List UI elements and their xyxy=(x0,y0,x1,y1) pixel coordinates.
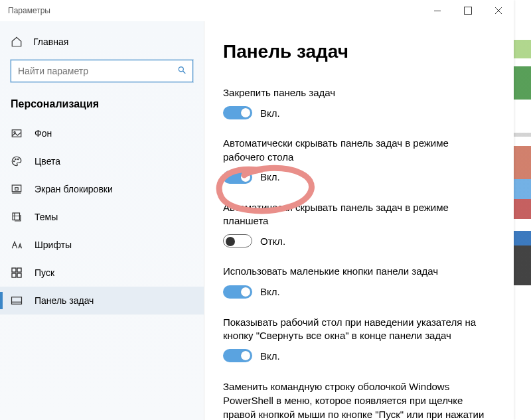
window-controls xyxy=(422,0,514,21)
setting-lock-taskbar: Закрепить панель задач Вкл. xyxy=(223,86,489,119)
main-panel: Панель задач Закрепить панель задач Вкл.… xyxy=(204,21,514,420)
sidebar-item-start[interactable]: Пуск xyxy=(0,259,204,287)
toggle-state: Вкл. xyxy=(260,350,280,362)
toggle-autohide-tablet[interactable] xyxy=(223,234,252,247)
toggle-small-buttons[interactable] xyxy=(223,285,252,299)
sidebar-item-label: Экран блокировки xyxy=(35,184,113,194)
picture-icon xyxy=(11,127,23,139)
sidebar-item-colors[interactable]: Цвета xyxy=(0,147,204,175)
svg-rect-15 xyxy=(17,273,21,277)
svg-point-2 xyxy=(179,67,183,72)
titlebar: Параметры xyxy=(0,0,514,21)
sidebar-item-background[interactable]: Фон xyxy=(0,119,204,147)
setting-label: Показывать рабочий стол при наведении ук… xyxy=(223,316,489,343)
lockscreen-icon xyxy=(11,183,23,195)
svg-point-8 xyxy=(18,159,19,160)
setting-label: Автоматически скрывать панель задач в ре… xyxy=(223,137,489,164)
toggle-peek-desktop[interactable] xyxy=(223,349,252,362)
page-title: Панель задач xyxy=(223,41,495,62)
minimize-button[interactable] xyxy=(422,0,453,21)
toggle-state: Откл. xyxy=(260,236,285,247)
setting-peek-desktop: Показывать рабочий стол при наведении ук… xyxy=(223,316,489,363)
toggle-state: Вкл. xyxy=(260,171,280,182)
svg-rect-11 xyxy=(13,213,20,220)
toggle-state: Вкл. xyxy=(260,286,280,297)
home-label: Главная xyxy=(33,36,68,47)
setting-label: Закрепить панель задач xyxy=(223,86,489,100)
setting-autohide-desktop: Автоматически скрывать панель задач в ре… xyxy=(223,137,489,184)
setting-powershell-text: Заменить командную строку оболочкой Wind… xyxy=(223,380,489,420)
sidebar-item-fonts[interactable]: Шрифты xyxy=(0,231,204,259)
sidebar: Главная Персонализация Фон Цвета xyxy=(0,21,204,420)
sidebar-item-label: Темы xyxy=(35,212,58,222)
setting-label: Использовать маленькие кнопки панели зад… xyxy=(223,265,489,278)
sidebar-item-label: Пуск xyxy=(35,267,54,278)
search-input[interactable] xyxy=(11,60,193,82)
sidebar-item-lockscreen[interactable]: Экран блокировки xyxy=(0,175,204,203)
toggle-lock-taskbar[interactable] xyxy=(223,106,252,119)
background-page-strip xyxy=(514,0,531,420)
svg-point-7 xyxy=(15,159,17,160)
sidebar-item-taskbar[interactable]: Панель задач xyxy=(0,287,204,315)
home-icon xyxy=(11,36,23,48)
themes-icon xyxy=(11,211,23,223)
window-content: Главная Персонализация Фон Цвета xyxy=(0,21,514,420)
settings-window: Параметры Главная Персонализ xyxy=(0,0,514,420)
toggle-autohide-desktop[interactable] xyxy=(223,171,252,184)
sidebar-item-label: Цвета xyxy=(35,156,60,167)
palette-icon xyxy=(11,155,23,167)
close-button[interactable] xyxy=(483,0,514,21)
sidebar-item-label: Шрифты xyxy=(35,240,72,250)
svg-line-3 xyxy=(183,71,186,74)
maximize-button[interactable] xyxy=(453,0,483,21)
svg-rect-13 xyxy=(17,268,21,272)
toggle-state: Вкл. xyxy=(260,107,280,119)
search-field-wrap xyxy=(11,60,193,82)
taskbar-icon xyxy=(11,295,23,307)
fonts-icon xyxy=(11,239,23,251)
sidebar-item-label: Панель задач xyxy=(35,295,94,306)
svg-rect-12 xyxy=(12,268,16,272)
sidebar-item-label: Фон xyxy=(35,128,52,139)
svg-rect-9 xyxy=(12,185,21,192)
setting-small-buttons: Использовать маленькие кнопки панели зад… xyxy=(223,265,489,298)
start-icon xyxy=(11,267,23,279)
setting-label: Автоматически скрывать панель задач в ре… xyxy=(223,201,489,228)
sidebar-section-title: Персонализация xyxy=(0,94,204,119)
window-title: Параметры xyxy=(8,6,50,15)
svg-rect-10 xyxy=(15,188,19,190)
setting-autohide-tablet: Автоматически скрывать панель задач в ре… xyxy=(223,201,489,248)
search-icon xyxy=(177,66,187,77)
sidebar-item-themes[interactable]: Темы xyxy=(0,203,204,231)
svg-rect-14 xyxy=(12,273,16,277)
svg-point-6 xyxy=(14,161,15,162)
svg-rect-16 xyxy=(12,297,22,305)
home-link[interactable]: Главная xyxy=(0,29,204,54)
